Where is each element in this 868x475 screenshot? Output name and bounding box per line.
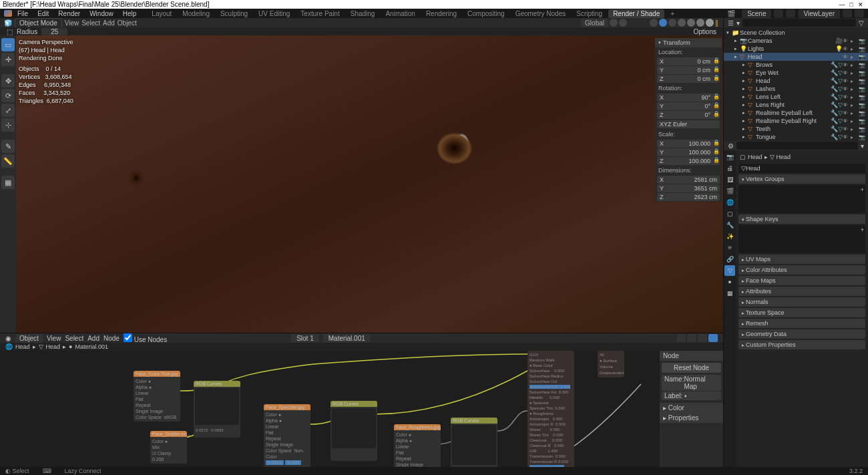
3d-viewport[interactable]: Camera Perspective (67) Head | Head Rend… [16, 35, 723, 333]
orientation-select[interactable]: Global [581, 19, 608, 27]
mesh-name-field[interactable]: ▽ Head [738, 164, 865, 173]
nsnap-icon[interactable] [687, 334, 696, 342]
xray-icon[interactable] [668, 19, 676, 27]
rot-y[interactable]: Y0°🔒 [657, 102, 720, 110]
filter-icon[interactable]: ▽ [859, 19, 864, 27]
rot-z[interactable]: Z0°🔒 [657, 111, 720, 119]
tab-layout[interactable]: Layout [147, 9, 176, 18]
ptab-render[interactable]: 📷 [724, 152, 735, 162]
shader-type[interactable]: Object [15, 334, 43, 343]
tool-measure[interactable]: 📏 [1, 154, 15, 168]
shade-wire-icon[interactable] [678, 19, 686, 27]
node-rgb-1[interactable]: RGB Curves0.0372 0.0833 [194, 381, 240, 438]
menu-window[interactable]: Window [85, 10, 118, 17]
use-nodes-checkbox[interactable] [124, 333, 132, 342]
tab-sculpting[interactable]: Sculpting [216, 9, 252, 18]
sec-remesh[interactable]: Remesh [738, 319, 865, 328]
sec-color-attrs[interactable]: Color Attributes [738, 265, 865, 275]
sec-attributes[interactable]: Attributes [738, 287, 865, 296]
tab-render-shade[interactable]: Render / Shade [608, 9, 664, 18]
vg-add-icon[interactable]: + [861, 186, 864, 193]
minimize-icon[interactable]: — [837, 1, 847, 8]
nmenu-view[interactable]: View [47, 335, 61, 342]
vmenu-add[interactable]: Add [103, 19, 115, 27]
tab-geometry-nodes[interactable]: Geometry Nodes [511, 9, 571, 18]
reset-node-button[interactable]: Reset Node [662, 363, 721, 373]
scale-z[interactable]: Z100.000🔒 [657, 157, 720, 165]
loc-x[interactable]: X0 cm🔒 [657, 57, 720, 65]
node-label-field[interactable]: Label:▪ [662, 391, 721, 400]
vmenu-object[interactable]: Object [118, 19, 137, 27]
ns-props[interactable]: ▸ Properties [660, 413, 723, 423]
vertex-groups-list[interactable]: + [738, 185, 865, 213]
outliner-item-7[interactable]: ▸▽Lens Left🔧▽👁▸📷 [724, 93, 868, 101]
slot-select[interactable]: Slot 1 [291, 334, 319, 343]
scale-y[interactable]: Y100.000🔒 [657, 148, 720, 156]
outliner-item-2[interactable]: ▸▽Head👁▸📷 [724, 53, 868, 61]
tool-add[interactable]: ▦ [1, 176, 15, 189]
sk-add-icon[interactable]: + [861, 226, 864, 233]
ptab-scene[interactable]: 🎬 [724, 186, 735, 196]
ptab-viewlayer[interactable]: 🖼 [724, 174, 735, 185]
close-icon[interactable]: ✕ [856, 1, 865, 8]
scene-name[interactable]: Scene [742, 9, 771, 18]
node-img-specular[interactable]: Face_Specular.jpgColor ●Alpha ●LinearFla… [264, 404, 310, 467]
tool-move[interactable]: ✥ [1, 74, 15, 88]
menu-render[interactable]: Render [54, 10, 84, 17]
sec-texture-space[interactable]: Texture Space [738, 308, 865, 317]
tool-cursor[interactable]: ✛ [1, 53, 15, 66]
outliner-item-12[interactable]: ▸▽Tongue🔧▽👁▸📷 [724, 133, 868, 141]
sec-normals[interactable]: Normals [738, 297, 865, 307]
outliner-item-10[interactable]: ▸▽Realtime Eyeball Right🔧▽👁▸📷 [724, 117, 868, 125]
tab-scripting[interactable]: Scripting [572, 9, 607, 18]
tool-rotate[interactable]: ⟳ [1, 89, 15, 102]
shade-solid-icon[interactable] [687, 19, 695, 27]
transform-header[interactable]: Transform [655, 38, 722, 47]
maximize-icon[interactable]: □ [847, 1, 856, 8]
ptab-modifier[interactable]: 🔧 [724, 220, 735, 230]
vmenu-select[interactable]: Select [81, 19, 100, 27]
node-principled[interactable]: GGXRandom Walk● Base ColorSubsurface 0.0… [527, 351, 574, 475]
tool-scale[interactable]: ⤢ [1, 104, 15, 117]
sec-uv-maps[interactable]: UV Maps [738, 255, 865, 264]
outliner-icon[interactable]: ☰ [728, 19, 734, 27]
outliner-item-11[interactable]: ▸▽Teeth🔧▽👁▸📷 [724, 125, 868, 133]
outliner-item-1[interactable]: ▸💡Lights💡👁▸📷 [724, 45, 868, 53]
props-filter-icon[interactable]: ▾ [861, 142, 864, 150]
tool-annotate[interactable]: ✎ [1, 140, 15, 153]
mode-select[interactable]: Object Mode [15, 18, 62, 28]
nmenu-node[interactable]: Node [103, 335, 120, 342]
material-name[interactable]: Material.001 [323, 334, 371, 343]
nactive-icon[interactable] [708, 334, 718, 342]
outliner-item-6[interactable]: ▸▽Lashes🔧▽👁▸📷 [724, 85, 868, 93]
ns-color[interactable]: ▸ Color [660, 403, 723, 413]
outliner-item-0[interactable]: ▸📷Cameras🎥👁▸📷 [724, 37, 868, 45]
gizmo-toggle-icon[interactable] [650, 19, 658, 27]
tab-uv-editing[interactable]: UV Editing [254, 9, 294, 18]
ptab-particles[interactable]: ✨ [724, 231, 735, 242]
scene-new-button[interactable] [774, 9, 783, 17]
sec-geometry-data[interactable]: Geometry Data [738, 329, 865, 339]
viewlayer-delete-button[interactable] [855, 9, 864, 17]
shape-keys-list[interactable]: + [738, 225, 865, 253]
ptab-object[interactable]: ▢ [724, 208, 735, 219]
outliner-item-8[interactable]: ▸▽Lens Right🔧▽👁▸📷 [724, 101, 868, 109]
sec-vertex-groups[interactable]: Vertex Groups [738, 174, 865, 184]
menu-help[interactable]: Help [119, 10, 141, 17]
shade-matprev-icon[interactable] [696, 19, 704, 27]
shade-rendered-icon[interactable] [706, 19, 714, 27]
props-search[interactable] [736, 142, 858, 150]
outliner-item-3[interactable]: ▸▽Brows🔧▽👁▸📷 [724, 61, 868, 69]
outliner-item-5[interactable]: ▸▽Head🔧▽👁▸📷 [724, 77, 868, 85]
editor-type-icon[interactable]: 🧊 [4, 19, 12, 27]
props-editor-icon[interactable]: ⚙ [728, 142, 734, 150]
nmenu-select[interactable]: Select [65, 335, 83, 342]
nmenu-add[interactable]: Add [87, 335, 99, 342]
node-img-scatter[interactable]: Face_Scatter.ex...Color ●Mix☑ Clamp0.200 [150, 431, 187, 464]
viewlayer-name[interactable]: ViewLayer [798, 9, 840, 18]
tab-add[interactable]: + [666, 9, 679, 18]
node-img-color[interactable]: Face_Color.True.jpgColor ●Alpha ●LinearF… [134, 371, 180, 422]
outliner-root[interactable]: ▾📁Scene Collection [724, 29, 868, 37]
ptab-physics[interactable]: ⚛ [724, 243, 735, 253]
tool-transform[interactable]: ⊹ [1, 118, 15, 132]
